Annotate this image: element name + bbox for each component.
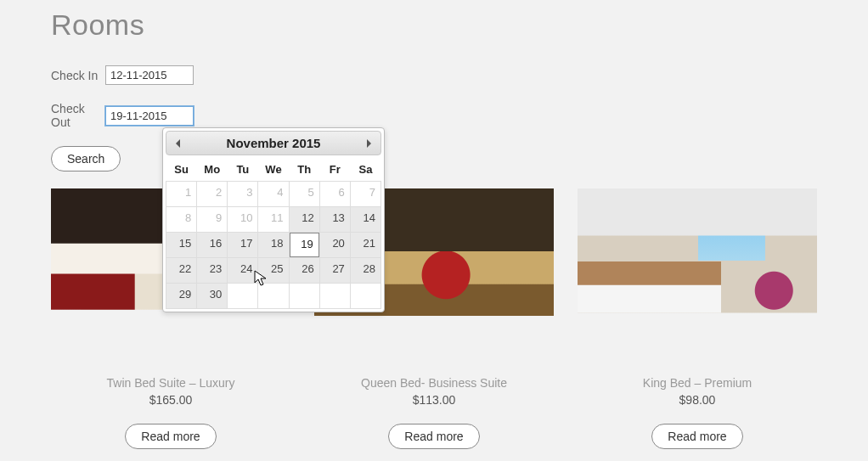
- room-card: King Bed – Premium$98.00Read more: [578, 188, 817, 449]
- datepicker-day[interactable]: 23: [197, 258, 227, 283]
- datepicker-empty: [319, 284, 350, 309]
- datepicker-day[interactable]: 14: [351, 207, 380, 232]
- datepicker-day[interactable]: 30: [197, 284, 227, 308]
- datepicker-day: 9: [197, 207, 227, 232]
- datepicker-day[interactable]: 17: [228, 233, 257, 257]
- datepicker-prev-icon[interactable]: [172, 137, 185, 150]
- datepicker-day[interactable]: 25: [258, 258, 288, 283]
- datepicker-next-icon[interactable]: [362, 137, 375, 150]
- room-price: $165.00: [51, 393, 290, 407]
- search-button[interactable]: Search: [51, 146, 121, 171]
- datepicker-dow: Tu: [228, 158, 258, 182]
- datepicker-day[interactable]: 29: [166, 284, 196, 308]
- read-more-button[interactable]: Read more: [388, 424, 479, 449]
- datepicker-day: 3: [228, 182, 257, 206]
- datepicker-dow: Th: [289, 158, 319, 182]
- datepicker-dow: Fr: [319, 158, 350, 182]
- page-title: Rooms: [51, 8, 817, 42]
- datepicker-day[interactable]: 18: [258, 233, 288, 257]
- datepicker-day: 11: [258, 207, 288, 232]
- datepicker-day: 10: [228, 207, 257, 232]
- datepicker-day: 6: [320, 182, 350, 206]
- datepicker-day[interactable]: 12: [290, 207, 319, 232]
- datepicker-dow: Su: [166, 158, 197, 182]
- datepicker-day[interactable]: 27: [320, 258, 350, 283]
- datepicker-day: 8: [166, 207, 196, 232]
- datepicker-empty: [228, 284, 258, 309]
- datepicker-dow: Sa: [350, 158, 380, 182]
- checkin-row: Check In: [51, 65, 817, 85]
- datepicker-day[interactable]: 13: [320, 207, 350, 232]
- datepicker-popup: November 2015 SuMoTuWeThFrSa 12345678910…: [162, 127, 385, 312]
- datepicker-day[interactable]: 26: [290, 258, 319, 283]
- datepicker-day[interactable]: 20: [320, 233, 350, 257]
- datepicker-day[interactable]: 19: [290, 233, 319, 257]
- datepicker-day[interactable]: 16: [197, 233, 227, 257]
- datepicker-calendar: SuMoTuWeThFrSa 1234567891011121314151617…: [166, 158, 381, 309]
- datepicker-month-title: November 2015: [227, 136, 321, 150]
- checkin-input[interactable]: [105, 65, 194, 85]
- room-price: $113.00: [314, 393, 554, 407]
- datepicker-day[interactable]: 21: [351, 233, 380, 257]
- datepicker-day[interactable]: 15: [166, 233, 196, 257]
- room-title: Queen Bed- Business Suite: [314, 376, 554, 390]
- checkout-input[interactable]: [105, 106, 194, 126]
- room-title: King Bed – Premium: [578, 376, 817, 390]
- datepicker-day: 4: [258, 182, 288, 206]
- datepicker-day: 1: [166, 182, 196, 206]
- datepicker-empty: [350, 284, 380, 309]
- datepicker-dow: We: [258, 158, 289, 182]
- datepicker-day: 7: [351, 182, 380, 206]
- room-image[interactable]: [578, 188, 817, 346]
- checkout-row: Check Out: [51, 102, 817, 129]
- datepicker-day[interactable]: 28: [351, 258, 380, 283]
- read-more-button[interactable]: Read more: [651, 424, 742, 449]
- checkin-label: Check In: [51, 69, 105, 82]
- datepicker-day[interactable]: 24: [228, 258, 257, 283]
- datepicker-day: 5: [290, 182, 319, 206]
- datepicker-empty: [258, 284, 289, 309]
- room-title: Twin Bed Suite – Luxury: [51, 376, 290, 390]
- read-more-button[interactable]: Read more: [125, 424, 216, 449]
- datepicker-day[interactable]: 22: [166, 258, 196, 283]
- checkout-label: Check Out: [51, 102, 105, 129]
- datepicker-dow: Mo: [197, 158, 228, 182]
- room-price: $98.00: [578, 393, 817, 407]
- datepicker-empty: [289, 284, 319, 309]
- datepicker-day: 2: [197, 182, 227, 206]
